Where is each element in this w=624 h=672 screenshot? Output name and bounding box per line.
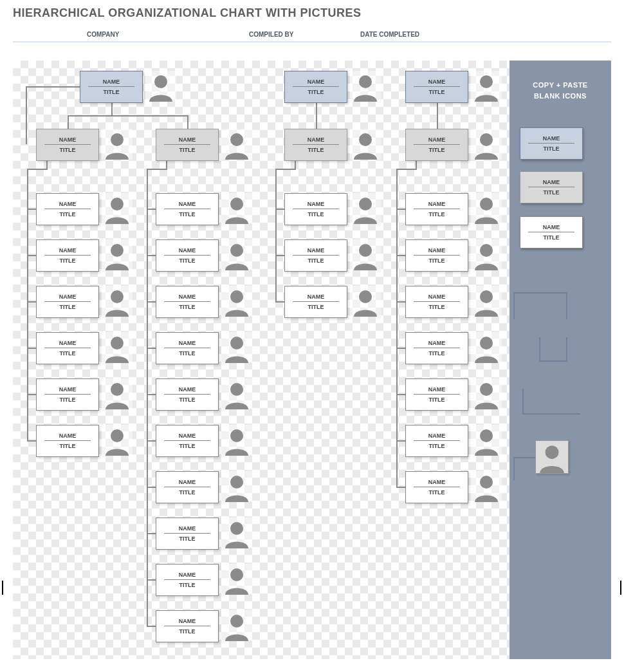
leaf-card-0-1[interactable]: NAMETITLE	[36, 239, 99, 272]
sample-card-top[interactable]: NAMETITLE	[520, 127, 582, 160]
connector-line	[396, 487, 405, 488]
connector-line	[275, 255, 284, 256]
sidebar-title-line2: BLANK ICONS	[534, 92, 587, 100]
person-icon	[471, 71, 502, 102]
card-title: TITLE	[179, 145, 196, 153]
leaf-card-0-2[interactable]: NAMETITLE	[36, 286, 99, 318]
leaf-card-0-0[interactable]: NAMETITLE	[36, 193, 99, 225]
sample-connector[interactable]	[522, 389, 524, 415]
person-icon	[102, 332, 133, 363]
mid-card-0[interactable]: NAMETITLE	[36, 129, 99, 161]
top-card-0[interactable]: NAMETITLE	[80, 71, 143, 103]
sample-connector[interactable]	[513, 292, 567, 294]
card-name: NAME	[414, 433, 460, 441]
person-icon	[471, 471, 502, 502]
connector-line	[396, 169, 417, 170]
person-icon	[471, 378, 502, 409]
header-company: COMPANY	[87, 31, 119, 38]
top-card-1[interactable]: NAMETITLE	[284, 71, 347, 103]
leaf-card-2-0[interactable]: NAMETITLE	[284, 193, 347, 225]
sample-card-mid[interactable]: NAMETITLE	[520, 171, 582, 203]
leaf-card-1-7[interactable]: NAMETITLE	[156, 518, 219, 550]
sample-avatar[interactable]	[535, 440, 569, 474]
sample-connector[interactable]	[513, 457, 535, 458]
sample-connector[interactable]	[513, 457, 515, 480]
card-title: TITLE	[429, 348, 445, 357]
sample-connector[interactable]	[566, 337, 567, 360]
card-title: TITLE	[60, 145, 76, 153]
leaf-card-1-0[interactable]: NAMETITLE	[156, 193, 219, 225]
person-icon	[221, 471, 252, 502]
card-name: NAME	[164, 294, 210, 302]
card-title: TITLE	[429, 209, 445, 218]
connector-line	[27, 348, 36, 349]
person-icon	[221, 332, 252, 363]
connector-line	[26, 86, 27, 144]
leaf-card-3-5[interactable]: NAMETITLE	[405, 425, 468, 457]
sample-connector[interactable]	[513, 292, 515, 319]
person-icon	[471, 425, 502, 456]
card-title: TITLE	[60, 209, 76, 218]
person-icon	[471, 129, 502, 160]
leaf-card-3-2[interactable]: NAMETITLE	[405, 286, 468, 318]
card-name: NAME	[414, 294, 460, 302]
leaf-card-3-4[interactable]: NAMETITLE	[405, 378, 468, 411]
card-title: TITLE	[60, 395, 76, 403]
card-name: NAME	[293, 79, 339, 87]
connector-line	[27, 301, 36, 303]
connector-line	[396, 169, 398, 487]
card-name: NAME	[164, 247, 210, 256]
person-icon	[102, 193, 133, 224]
page: HIERARCHICAL ORGANIZATIONAL CHART WITH P…	[0, 0, 624, 672]
sample-title: TITLE	[544, 187, 560, 196]
top-card-2[interactable]: NAMETITLE	[405, 71, 468, 103]
card-name: NAME	[44, 386, 91, 395]
leaf-card-3-1[interactable]: NAMETITLE	[405, 239, 468, 272]
leaf-card-0-3[interactable]: NAMETITLE	[36, 332, 99, 364]
person-icon	[471, 286, 502, 317]
person-icon	[350, 193, 381, 224]
person-icon	[221, 378, 252, 409]
sample-card-leaf[interactable]: NAMETITLE	[520, 216, 582, 248]
leaf-card-2-2[interactable]: NAMETITLE	[284, 286, 347, 318]
connector-line	[396, 348, 405, 349]
mid-card-3[interactable]: NAMETITLE	[405, 129, 468, 161]
mid-card-1[interactable]: NAMETITLE	[156, 129, 219, 161]
card-title: TITLE	[179, 395, 196, 403]
sample-connector[interactable]	[539, 360, 567, 362]
leaf-card-0-5[interactable]: NAMETITLE	[36, 425, 99, 457]
leaf-card-3-0[interactable]: NAMETITLE	[405, 193, 468, 225]
leaf-card-1-2[interactable]: NAMETITLE	[156, 286, 219, 318]
leaf-card-3-6[interactable]: NAMETITLE	[405, 471, 468, 503]
card-title: TITLE	[429, 487, 445, 496]
connector-line	[27, 209, 36, 210]
connector-line	[26, 86, 80, 88]
leaf-card-1-4[interactable]: NAMETITLE	[156, 378, 219, 411]
card-title: TITLE	[308, 256, 324, 264]
sample-connector[interactable]	[566, 292, 567, 319]
leaf-card-0-4[interactable]: NAMETITLE	[36, 378, 99, 411]
card-title: TITLE	[308, 209, 324, 218]
mid-card-2[interactable]: NAMETITLE	[284, 129, 347, 161]
card-title: TITLE	[179, 256, 196, 264]
connector-line	[46, 160, 48, 169]
leaf-card-1-5[interactable]: NAMETITLE	[156, 425, 219, 457]
connector-line	[437, 102, 438, 129]
sample-connector[interactable]	[522, 413, 580, 415]
card-name: NAME	[414, 201, 460, 209]
leaf-card-1-6[interactable]: NAMETITLE	[156, 471, 219, 503]
leaf-card-1-8[interactable]: NAMETITLE	[156, 564, 219, 596]
person-icon	[221, 425, 252, 456]
leaf-card-3-3[interactable]: NAMETITLE	[405, 332, 468, 364]
leaf-card-1-1[interactable]: NAMETITLE	[156, 239, 219, 272]
connector-line	[68, 115, 188, 117]
leaf-card-1-3[interactable]: NAMETITLE	[156, 332, 219, 364]
leaf-card-1-9[interactable]: NAMETITLE	[156, 610, 219, 642]
sample-name: NAME	[528, 224, 574, 232]
sample-connector[interactable]	[539, 337, 540, 360]
sidebar-title: COPY + PASTE BLANK ICONS	[509, 61, 611, 101]
card-title: TITLE	[179, 487, 196, 496]
leaf-card-2-1[interactable]: NAMETITLE	[284, 239, 347, 272]
connector-line	[275, 301, 284, 303]
connector-line	[27, 394, 36, 395]
